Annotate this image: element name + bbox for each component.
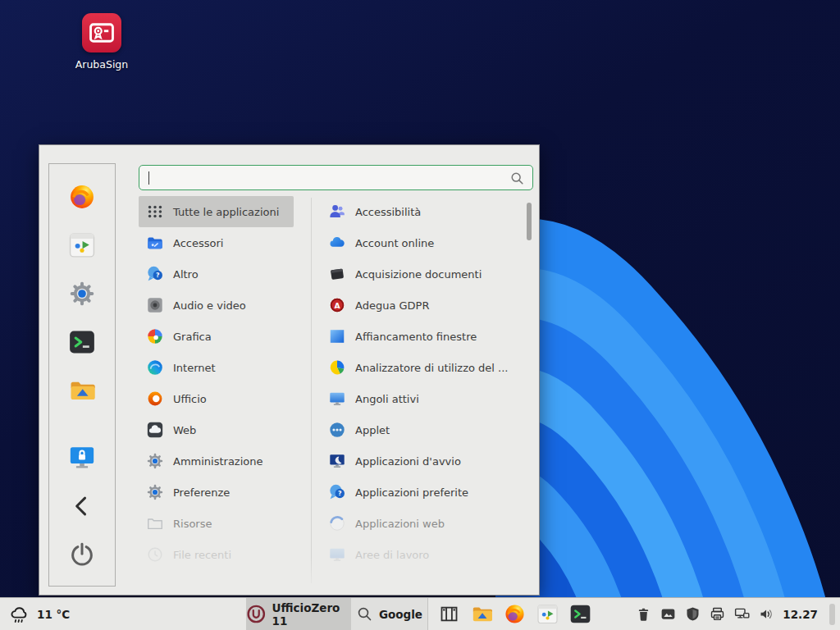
taskbar-launchers xyxy=(438,598,591,630)
search-icon xyxy=(356,605,373,623)
app-label: Acquisizione documenti xyxy=(355,268,482,281)
app-aree-di-lavoro[interactable]: Aree di lavoro xyxy=(321,539,527,570)
power-button[interactable] xyxy=(66,540,98,569)
app-affiancamento-finestre[interactable]: Affiancamento finestre xyxy=(321,321,527,352)
category-label: Amministrazione xyxy=(173,455,263,468)
category-ufficio[interactable]: Ufficio xyxy=(139,383,314,414)
app-label: Applicazioni d'avvio xyxy=(355,455,461,468)
desktop: ArubaSign xyxy=(0,0,840,630)
category-preferenze[interactable]: Preferenze xyxy=(139,477,314,508)
google-search-button[interactable]: Google xyxy=(351,598,428,630)
search-icon xyxy=(509,171,525,186)
file-manager-launcher[interactable] xyxy=(66,376,98,405)
category-grafica[interactable]: Grafica xyxy=(139,321,314,352)
app-acquisizione-documenti[interactable]: Acquisizione documenti xyxy=(321,258,527,290)
app-analizzatore-utilizzo[interactable]: Analizzatore di utilizzo del ... xyxy=(321,352,527,383)
app-account-online[interactable]: Account online xyxy=(321,227,527,258)
window-list-button[interactable] xyxy=(438,603,460,625)
category-altro[interactable]: Altro xyxy=(139,258,314,290)
chat-question-icon xyxy=(328,483,346,501)
printer-applet[interactable] xyxy=(709,605,726,623)
printer-icon xyxy=(709,605,726,623)
app-label: Accessibilità xyxy=(355,206,421,218)
google-label: Google xyxy=(379,608,422,621)
app-applicazioni-avvio[interactable]: Applicazioni d'avvio xyxy=(321,445,527,477)
category-label: Grafica xyxy=(173,331,212,343)
category-label: Web xyxy=(173,424,196,436)
back-button[interactable] xyxy=(66,491,98,521)
category-internet[interactable]: Internet xyxy=(139,352,314,383)
cloud-icon xyxy=(328,234,346,252)
terminal-icon xyxy=(569,603,591,625)
text-caret xyxy=(148,171,149,185)
terminal-launcher[interactable] xyxy=(569,603,591,625)
category-risorse[interactable]: Risorse xyxy=(139,508,314,539)
desktop-shortcut-arubasign[interactable]: ArubaSign xyxy=(71,13,133,71)
app-applet[interactable]: Applet xyxy=(321,414,527,445)
category-label: Internet xyxy=(173,362,216,374)
clock[interactable]: 12.27 xyxy=(783,608,818,621)
rain-cloud-icon xyxy=(8,604,30,626)
folder-icon xyxy=(68,377,96,404)
search-input[interactable] xyxy=(139,166,532,189)
firefox-icon xyxy=(68,183,96,211)
software-installer-launcher[interactable] xyxy=(66,231,98,260)
arubasign-certificate-icon xyxy=(82,13,121,52)
volume-applet[interactable] xyxy=(758,605,775,623)
category-label: File recenti xyxy=(173,549,231,561)
category-audio-video[interactable]: Audio e video xyxy=(139,290,314,321)
shield-icon xyxy=(684,605,701,623)
app-label: Applicazioni web xyxy=(355,518,445,530)
chat-question-icon xyxy=(146,265,164,283)
firefox-launcher[interactable] xyxy=(504,603,526,625)
system-tray: 12.27 xyxy=(635,598,835,630)
software-installer-icon xyxy=(68,231,96,259)
column-divider xyxy=(311,198,312,583)
power-icon xyxy=(68,541,96,568)
taskbar: 11 °C UfficioZero 11 Google xyxy=(0,597,840,630)
red-circle-a-icon xyxy=(328,296,346,314)
scanner-icon xyxy=(328,265,346,283)
weather-applet[interactable]: 11 °C xyxy=(8,598,70,630)
category-file-recenti[interactable]: File recenti xyxy=(139,539,314,570)
system-settings-launcher[interactable] xyxy=(66,279,98,308)
monitor-icon xyxy=(328,390,346,408)
browser-globe-icon xyxy=(146,358,164,377)
app-adegua-gdpr[interactable]: Adegua GDPR xyxy=(321,290,527,321)
terminal-launcher[interactable] xyxy=(66,327,98,357)
menu-button[interactable]: UfficioZero 11 xyxy=(246,598,351,630)
app-label: Applicazioni preferite xyxy=(355,486,468,499)
firefox-launcher[interactable] xyxy=(66,182,98,212)
volume-icon xyxy=(758,605,775,623)
scrollbar-thumb[interactable] xyxy=(527,203,532,240)
screenshot-applet[interactable] xyxy=(660,605,677,623)
lock-screen-icon xyxy=(68,444,96,472)
category-label: Risorse xyxy=(173,518,212,530)
person-icon xyxy=(328,203,346,221)
lock-screen-button[interactable] xyxy=(66,443,98,472)
security-applet[interactable] xyxy=(684,605,701,623)
trash-applet[interactable] xyxy=(635,605,652,623)
image-icon xyxy=(660,605,677,623)
app-applicazioni-web[interactable]: Applicazioni web xyxy=(321,508,527,539)
category-amministrazione[interactable]: Amministrazione xyxy=(139,445,314,477)
app-angoli-attivi[interactable]: Angoli attivi xyxy=(321,383,527,414)
app-label: Aree di lavoro xyxy=(355,549,429,561)
category-accessori[interactable]: Accessori xyxy=(139,227,314,258)
gear-icon xyxy=(68,280,96,308)
ufficiozero-logo-icon xyxy=(246,603,267,625)
show-desktop-button[interactable] xyxy=(829,604,835,625)
file-manager-launcher[interactable] xyxy=(471,603,493,625)
web-swirl-icon xyxy=(328,514,346,532)
palette-icon xyxy=(146,327,164,345)
app-applicazioni-preferite[interactable]: Applicazioni preferite xyxy=(321,477,527,508)
network-applet[interactable] xyxy=(733,605,751,623)
category-web[interactable]: Web xyxy=(139,414,314,445)
app-accessibilita[interactable]: Accessibilità xyxy=(321,196,527,227)
window-split-icon xyxy=(328,327,346,345)
category-label: Ufficio xyxy=(173,393,207,405)
favorites-group-top xyxy=(66,182,98,405)
chevron-left-icon xyxy=(68,492,96,520)
software-installer-launcher[interactable] xyxy=(536,603,559,625)
category-all-applications[interactable]: Tutte le applicazioni xyxy=(139,196,294,227)
